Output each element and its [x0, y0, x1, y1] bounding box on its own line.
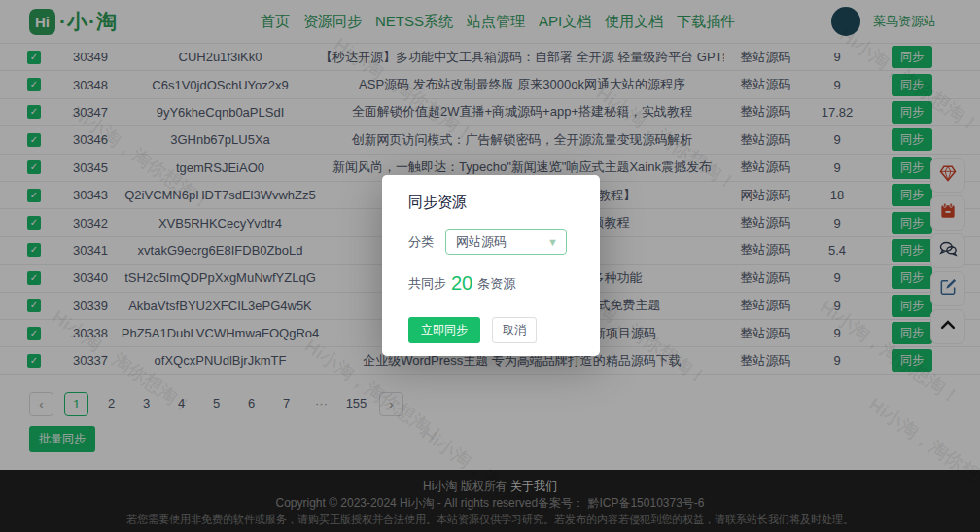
modal-actions: 立即同步 取消 — [408, 317, 537, 343]
count-prefix: 共同步 — [408, 275, 446, 293]
confirm-sync-button[interactable]: 立即同步 — [408, 317, 480, 343]
category-selected-value: 网站源码 — [456, 233, 507, 251]
sync-count-line: 共同步 20 条资源 — [408, 272, 580, 295]
count-suffix: 条资源 — [477, 275, 515, 293]
chevron-down-icon: ▼ — [547, 236, 558, 248]
category-field: 分类 网站源码 ▼ — [408, 229, 580, 255]
count-number: 20 — [451, 272, 472, 295]
sync-resource-modal: 同步资源 分类 网站源码 ▼ 共同步 20 条资源 立即同步 取消 — [382, 175, 600, 356]
modal-title: 同步资源 — [408, 194, 580, 212]
category-select[interactable]: 网站源码 ▼ — [445, 229, 567, 255]
category-label: 分类 — [408, 233, 434, 251]
cancel-button[interactable]: 取消 — [492, 317, 537, 343]
